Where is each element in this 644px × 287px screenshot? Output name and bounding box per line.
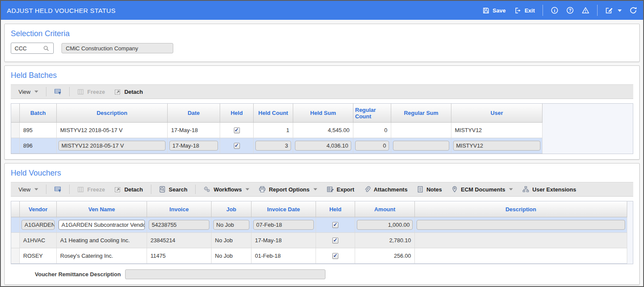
description-cell (415, 233, 627, 248)
ecm-documents-button[interactable]: ECM Documents (448, 183, 516, 195)
warning-button[interactable] (582, 6, 589, 14)
company-code-input[interactable] (15, 45, 43, 52)
column-header-invoice-date[interactable]: Invoice Date (251, 201, 316, 217)
invoice-field[interactable]: 54238755 (149, 220, 209, 230)
held-sum-field[interactable]: 4,036.10 (295, 141, 351, 151)
view-menu-button[interactable]: View (15, 86, 42, 98)
row-selector[interactable] (11, 123, 20, 138)
column-header-regular-sum[interactable]: Regular Sum (391, 104, 451, 122)
freeze-button: Freeze (74, 183, 108, 195)
date-cell: 17-May-18 (168, 123, 220, 138)
held-batches-heading: Held Batches (11, 71, 633, 80)
invoice-date-cell: 17-May-18 (251, 233, 316, 248)
voucher-row[interactable]: ROSEY Rosey's Catering Inc. 11475 No Job… (11, 248, 627, 264)
row-selector[interactable] (11, 217, 20, 232)
column-header-vendor[interactable]: Vendor (20, 201, 57, 217)
export-grid-icon (327, 186, 334, 193)
held-checkbox[interactable] (234, 143, 240, 149)
user-extensions-button[interactable]: User Extensions (519, 183, 580, 195)
info-button[interactable]: i (551, 6, 558, 14)
regular-sum-cell (391, 123, 451, 138)
held-vouchers-header-row: Vendor Ven Name Invoice Job Invoice Date… (11, 201, 627, 217)
date-field[interactable]: 17-May-18 (169, 141, 218, 151)
column-header-description[interactable]: Description (415, 201, 627, 217)
column-header-date[interactable]: Date (168, 104, 220, 122)
held-checkbox[interactable] (332, 253, 338, 259)
save-button[interactable]: Save (482, 7, 506, 14)
batch-row[interactable]: 895 MISTYV12 2018-05-17 V 17-May-18 1 4,… (11, 123, 543, 138)
title-bar: ADJUST HELD VOUCHER STATUS Save Exit i ? (1, 1, 643, 20)
held-checkbox[interactable] (234, 127, 240, 133)
job-cell: No Job (212, 248, 251, 263)
user-field[interactable]: MISTYV12 (453, 141, 540, 151)
held-checkbox[interactable] (332, 238, 338, 244)
column-header-regular-count[interactable]: Regular Count (353, 104, 391, 122)
page-content: Selection Criteria CMiC Construction Com… (1, 20, 643, 287)
workflows-gears-icon (203, 186, 211, 193)
column-header-batch[interactable]: Batch (20, 104, 57, 122)
attachments-button[interactable]: Attachments (360, 183, 411, 195)
toolbar-divider (69, 185, 70, 194)
column-header-user[interactable]: User (451, 104, 543, 122)
column-header-held[interactable]: Held (220, 104, 254, 122)
search-icon[interactable] (43, 45, 49, 52)
amount-field[interactable]: 1,000.00 (357, 220, 413, 230)
freeze-button: Freeze (74, 86, 108, 98)
chevron-down-icon (618, 9, 622, 12)
column-header-job[interactable]: Job (212, 201, 251, 217)
query-by-example-button[interactable] (51, 86, 65, 98)
detach-button[interactable]: Detach (111, 183, 146, 195)
company-code-lookup[interactable] (11, 43, 54, 54)
chevron-down-icon (34, 90, 38, 93)
vendor-cell: ROSEY (20, 248, 57, 263)
description-field[interactable] (417, 220, 625, 230)
exit-button[interactable]: Exit (514, 7, 535, 14)
column-header-description[interactable]: Description (57, 104, 168, 122)
voucher-row-selected[interactable]: A1GARDEN A1GARDEN Subcontractor Vendor 5… (11, 217, 627, 233)
help-button[interactable]: ? (566, 6, 574, 14)
column-header-invoice[interactable]: Invoice (147, 201, 212, 217)
view-menu-button[interactable]: View (15, 183, 42, 195)
column-header-amount[interactable]: Amount (355, 201, 415, 217)
job-field[interactable]: No Job (213, 220, 249, 230)
voucher-remittance-input[interactable] (125, 269, 325, 279)
toolbar-divider (543, 5, 543, 16)
row-selector[interactable] (11, 138, 20, 153)
search-button[interactable]: Search (156, 183, 191, 195)
toolbar-divider (151, 185, 151, 194)
toolbar-divider (46, 185, 46, 194)
workflows-button[interactable]: Workflows (200, 183, 253, 195)
edit-menu-button[interactable] (605, 6, 622, 14)
regular-count-field[interactable]: 0 (355, 141, 389, 151)
refresh-button[interactable] (629, 6, 637, 14)
chevron-down-icon (313, 188, 317, 191)
filter-table-icon (54, 88, 61, 95)
description-field[interactable]: MISTYV12 2018-05-17 V (58, 141, 166, 151)
filter-table-icon (54, 186, 61, 193)
row-selector-header (11, 201, 20, 217)
selection-criteria-panel: Selection Criteria CMiC Construction Com… (4, 24, 640, 62)
query-by-example-button[interactable] (51, 183, 65, 195)
held-count-field[interactable]: 3 (255, 141, 291, 151)
batch-row-selected[interactable]: 896 MISTYV12 2018-05-17 V 17-May-18 3 4,… (11, 138, 543, 154)
detach-button[interactable]: Detach (111, 86, 146, 98)
column-header-ven-name[interactable]: Ven Name (57, 201, 147, 217)
export-button[interactable]: Export (323, 183, 358, 195)
notes-button[interactable]: Notes (414, 183, 445, 195)
row-selector[interactable] (11, 248, 20, 263)
orgchart-icon (522, 186, 529, 193)
vendor-field[interactable]: A1GARDEN (21, 220, 55, 230)
report-options-button[interactable]: Report Options (255, 183, 321, 195)
column-header-held-count[interactable]: Held Count (254, 104, 293, 122)
chevron-down-icon (509, 188, 513, 191)
voucher-row[interactable]: A1HVAC A1 Heating and Cooling Inc. 23845… (11, 233, 627, 248)
held-checkbox[interactable] (332, 222, 338, 228)
row-selector[interactable] (11, 233, 20, 248)
held-batches-panel: Held Batches View (4, 65, 640, 160)
regular-sum-field[interactable] (393, 141, 449, 151)
invoice-date-field[interactable]: 07-Feb-18 (253, 220, 314, 230)
column-header-held-sum[interactable]: Held Sum (293, 104, 353, 122)
ven-name-field[interactable]: A1GARDEN Subcontractor Vendor (58, 220, 145, 230)
column-header-held[interactable]: Held (316, 201, 355, 217)
job-cell: No Job (212, 233, 251, 248)
